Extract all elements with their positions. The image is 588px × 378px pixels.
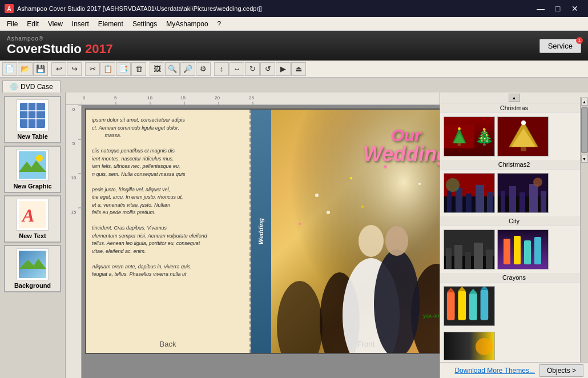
- menu-insert[interactable]: Insert: [67, 19, 94, 29]
- toolbar-zoom-out-button[interactable]: 🔎: [180, 62, 195, 76]
- minimize-button[interactable]: —: [532, 0, 549, 17]
- window-controls: — □ ✕: [532, 0, 583, 17]
- scroll-thumb: [581, 107, 588, 153]
- cover-front-label: Front: [357, 340, 374, 348]
- left-sidebar: New Table New Graphic A New Text: [0, 93, 66, 378]
- toolbar-delete-button[interactable]: 🗑: [131, 62, 146, 76]
- menu-element[interactable]: Element: [94, 19, 128, 29]
- svg-rect-5: [19, 151, 46, 179]
- toolbar-open-button[interactable]: 📂: [18, 62, 33, 76]
- menu-view[interactable]: View: [43, 19, 67, 29]
- svg-text:15: 15: [180, 95, 186, 100]
- menu-help[interactable]: ?: [213, 19, 226, 29]
- svg-text:A: A: [21, 205, 34, 226]
- svg-text:25: 25: [249, 95, 254, 100]
- svg-point-54: [458, 127, 461, 130]
- toolbar-zoom-in-button[interactable]: 🔍: [165, 62, 180, 76]
- toolbar-image-button[interactable]: 🖼: [150, 62, 164, 76]
- canvas-area[interactable]: 0 5 10 15 20 25 cm 0 5: [66, 93, 440, 378]
- toolbar-settings-button[interactable]: ⚙: [196, 62, 211, 76]
- svg-text:10: 10: [71, 175, 76, 180]
- close-button[interactable]: ✕: [566, 0, 583, 17]
- menu-file[interactable]: File: [2, 19, 22, 29]
- svg-text:0: 0: [73, 107, 75, 112]
- app-icon: A: [5, 4, 14, 13]
- theme-city-name: City: [440, 216, 588, 226]
- svg-rect-0: [20, 103, 45, 128]
- service-button[interactable]: Service 1: [539, 39, 581, 53]
- app-name-row: CoverStudio 2017: [7, 42, 113, 57]
- new-text-icon: A: [17, 199, 49, 231]
- toolbar-cut-button[interactable]: ✂: [85, 62, 100, 76]
- svg-rect-93: [469, 293, 477, 320]
- toolbar-redo-button[interactable]: ↪: [67, 62, 82, 76]
- theme-thumb-city2[interactable]: [497, 230, 549, 270]
- cover-back-text: ipsum dolor sit amet, consectetuer adipi…: [86, 110, 249, 285]
- new-table-icon: [17, 99, 49, 131]
- scroll-down-themes-button[interactable]: ▼: [581, 155, 588, 163]
- toolbar-rotate-cw-button[interactable]: ↻: [245, 62, 260, 76]
- theme-thumb-city-purple[interactable]: [497, 173, 549, 213]
- toolbar-rotate-ccw-button[interactable]: ↺: [260, 62, 275, 76]
- theme-thumb-crayons[interactable]: [444, 286, 495, 326]
- toolbar-new-button[interactable]: 📄: [2, 62, 17, 76]
- ruler-horizontal: 0 5 10 15 20 25 cm: [66, 93, 440, 105]
- download-themes-link[interactable]: Download More Themes...: [454, 367, 535, 375]
- tab-dvd-case[interactable]: 💿 DVD Case: [2, 81, 61, 93]
- svg-rect-91: [458, 291, 466, 320]
- toolbar-undo-button[interactable]: ↩: [51, 62, 66, 76]
- bottombar: Download More Themes... Objects >: [440, 362, 588, 378]
- wedding-title: Our Wedding: [363, 127, 440, 164]
- background-icon: [17, 248, 49, 280]
- toolbar-flip-v-button[interactable]: ↕: [214, 62, 229, 76]
- toolbar-copy-button[interactable]: 📋: [100, 62, 115, 76]
- notification-badge: 1: [576, 37, 583, 44]
- svg-point-7: [36, 155, 43, 162]
- toolbar-export-button[interactable]: ⏏: [291, 62, 306, 76]
- objects-button[interactable]: Objects >: [539, 364, 583, 377]
- main-content: New Table New Graphic A New Text: [0, 93, 588, 378]
- new-graphic-button[interactable]: New Graphic: [4, 146, 61, 193]
- theme-thumb-xmas1[interactable]: [444, 116, 495, 156]
- svg-rect-78: [446, 248, 452, 270]
- svg-text:0: 0: [83, 95, 86, 100]
- menu-myashampoo[interactable]: MyAshampoo: [162, 19, 212, 29]
- new-table-button[interactable]: New Table: [4, 96, 61, 143]
- toolbar-play-button[interactable]: ▶: [276, 62, 291, 76]
- cover-back: ipsum dolor sit amet, consectetuer adipi…: [86, 110, 251, 353]
- theme-christmas2-grid: [440, 170, 588, 216]
- toolbar-paste-button[interactable]: 📑: [116, 62, 131, 76]
- svg-rect-72: [519, 192, 525, 213]
- new-text-button[interactable]: A New Text: [4, 195, 61, 243]
- theme-thumb-city-night[interactable]: [444, 173, 495, 213]
- svg-rect-63: [456, 188, 462, 213]
- theme-crayons-name: Crayons: [440, 273, 588, 283]
- toolbar-flip-h-button[interactable]: ↔: [229, 62, 244, 76]
- svg-rect-89: [447, 292, 455, 320]
- svg-rect-73: [529, 184, 538, 213]
- theme-thumb-dark[interactable]: [444, 332, 495, 360]
- scroll-up-button[interactable]: ▲: [509, 94, 520, 102]
- menu-edit[interactable]: Edit: [22, 19, 43, 29]
- new-graphic-label: New Graphic: [13, 183, 51, 190]
- wedding-title-line2: Wedding: [363, 144, 440, 164]
- svg-rect-71: [509, 186, 516, 213]
- svg-rect-74: [541, 191, 546, 213]
- theme-christmas2-name: Christmas2: [440, 160, 588, 170]
- background-button[interactable]: Background: [4, 245, 61, 292]
- toolbar-save-button[interactable]: 💾: [33, 62, 48, 76]
- logo: Ashampoo® CoverStudio 2017: [7, 35, 113, 57]
- cover-back-label: Back: [160, 340, 176, 348]
- svg-point-98: [476, 338, 493, 355]
- theme-thumb-xmas2[interactable]: [497, 116, 549, 156]
- new-graphic-icon: [17, 149, 49, 181]
- svg-rect-95: [481, 290, 489, 320]
- theme-city-grid: [440, 226, 588, 273]
- theme-thumb-city1[interactable]: [444, 230, 495, 270]
- right-sidebar: ▲ Christmas: [440, 93, 588, 378]
- cover-front: Our Wedding yaa-android9 Front: [271, 110, 440, 353]
- maximize-button[interactable]: □: [549, 0, 566, 17]
- tab-label: DVD Case: [21, 83, 53, 91]
- scroll-up-themes-button[interactable]: ▲: [581, 98, 588, 106]
- menu-settings[interactable]: Settings: [128, 19, 162, 29]
